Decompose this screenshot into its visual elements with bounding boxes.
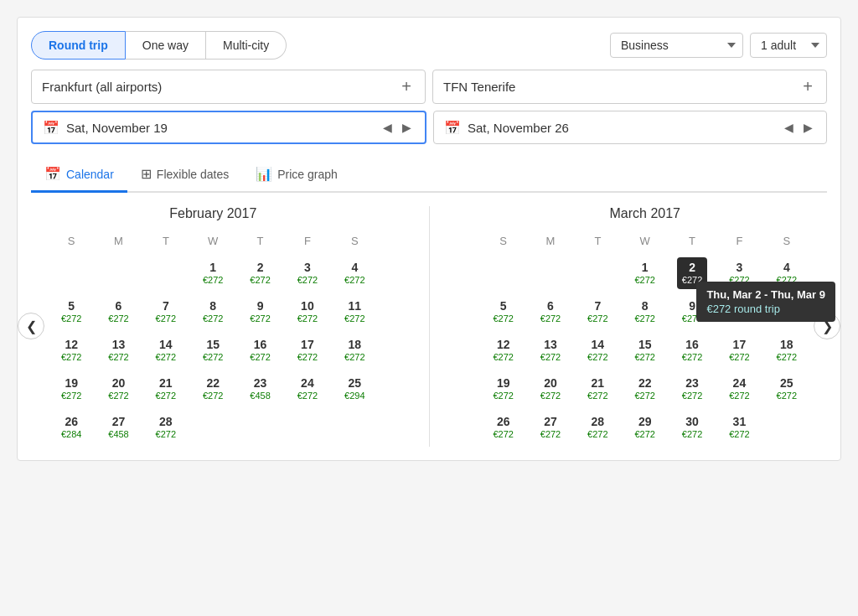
day-cell[interactable]: 11€272 bbox=[339, 296, 370, 328]
day-cell[interactable]: 29€272 bbox=[630, 412, 660, 443]
list-item[interactable]: 25€294 bbox=[331, 370, 378, 408]
list-item[interactable]: 7€272 bbox=[142, 292, 189, 331]
list-item[interactable]: 18€272 bbox=[763, 331, 810, 370]
day-cell[interactable]: 23€458 bbox=[246, 373, 276, 405]
list-item[interactable]: 8€272 bbox=[622, 292, 669, 331]
day-cell[interactable]: 27€458 bbox=[104, 412, 134, 443]
list-item[interactable]: 6€272 bbox=[95, 292, 142, 331]
day-cell[interactable]: 17€272 bbox=[292, 334, 323, 366]
day-cell[interactable]: 21€272 bbox=[582, 373, 612, 405]
list-item[interactable]: 23€272 bbox=[669, 370, 716, 408]
cal-next-btn[interactable]: ❯ bbox=[814, 313, 840, 339]
list-item[interactable]: 12€272 bbox=[48, 331, 95, 370]
day-cell[interactable]: 3€272 bbox=[292, 257, 323, 289]
day-cell[interactable]: 8€272 bbox=[198, 296, 228, 328]
list-item[interactable]: 4€272 bbox=[331, 254, 378, 292]
day-cell[interactable]: 2€272 bbox=[677, 257, 707, 289]
list-item[interactable]: 11€272 bbox=[331, 292, 378, 331]
list-item[interactable]: 16€272 bbox=[669, 331, 716, 370]
tab-round-trip[interactable]: Round trip bbox=[31, 31, 126, 60]
day-cell[interactable]: 26€284 bbox=[56, 412, 86, 443]
passenger-select[interactable]: 1 adult 2 adults 3 adults bbox=[750, 33, 827, 58]
list-item[interactable]: 19€272 bbox=[480, 370, 527, 408]
day-cell[interactable]: 22€272 bbox=[630, 373, 660, 405]
list-item[interactable]: 22€272 bbox=[189, 370, 236, 408]
day-cell[interactable]: 13€272 bbox=[104, 334, 134, 366]
list-item[interactable]: 27€272 bbox=[527, 408, 574, 447]
day-cell[interactable]: 7€272 bbox=[582, 296, 612, 328]
destination-input[interactable] bbox=[443, 80, 799, 94]
day-cell[interactable]: 4€272 bbox=[772, 257, 802, 289]
day-cell[interactable]: 25€272 bbox=[772, 373, 802, 405]
day-cell[interactable]: 5€272 bbox=[56, 296, 86, 328]
cal-prev-btn[interactable]: ❮ bbox=[18, 313, 44, 339]
list-item[interactable]: 7€272 bbox=[574, 292, 621, 331]
list-item[interactable]: 1€272 bbox=[622, 254, 669, 292]
origin-input[interactable] bbox=[42, 80, 398, 94]
day-cell[interactable]: 1€272 bbox=[198, 257, 228, 289]
list-item[interactable]: 3€272 bbox=[284, 254, 331, 292]
tab-price-graph[interactable]: 📊 Price graph bbox=[242, 158, 351, 193]
day-cell[interactable]: 13€272 bbox=[535, 334, 566, 366]
day-cell[interactable]: 16€272 bbox=[246, 334, 276, 366]
list-item[interactable]: 10€272 bbox=[716, 292, 762, 331]
day-cell[interactable]: 24€272 bbox=[724, 373, 754, 405]
list-item[interactable]: 4€272 bbox=[763, 254, 810, 292]
day-cell[interactable]: 15€272 bbox=[198, 334, 228, 366]
day-cell[interactable]: 16€272 bbox=[677, 334, 707, 366]
list-item[interactable]: 15€272 bbox=[622, 331, 669, 370]
list-item[interactable]: 24€272 bbox=[716, 370, 762, 408]
day-cell[interactable]: 31€272 bbox=[724, 412, 754, 443]
list-item[interactable]: 8€272 bbox=[189, 292, 236, 331]
depart-date-wrap[interactable]: 📅 Sat, November 19 ◀ ▶ bbox=[31, 111, 426, 144]
list-item[interactable]: 17€272 bbox=[716, 331, 762, 370]
list-item[interactable]: 2€272 bbox=[236, 254, 283, 292]
day-cell[interactable]: 28€272 bbox=[151, 412, 181, 443]
origin-plus-btn[interactable]: + bbox=[398, 77, 415, 96]
tab-flexible-dates[interactable]: ⊞ Flexible dates bbox=[127, 158, 242, 193]
day-cell[interactable]: 26€272 bbox=[488, 412, 519, 443]
destination-plus-btn[interactable]: + bbox=[799, 77, 816, 96]
day-cell[interactable]: 4€272 bbox=[339, 257, 370, 289]
day-cell[interactable]: 30€272 bbox=[677, 412, 707, 443]
list-item[interactable]: 6€272 bbox=[527, 292, 574, 331]
list-item[interactable]: 31€272 bbox=[716, 408, 762, 447]
day-cell[interactable]: 25€294 bbox=[339, 373, 370, 405]
tab-one-way[interactable]: One way bbox=[126, 31, 206, 60]
list-item[interactable]: 20€272 bbox=[527, 370, 574, 408]
list-item[interactable]: 15€272 bbox=[189, 331, 236, 370]
list-item[interactable]: 28€272 bbox=[142, 408, 189, 447]
day-cell[interactable]: 5€272 bbox=[488, 296, 519, 328]
day-cell[interactable]: 19€272 bbox=[56, 373, 86, 405]
day-cell[interactable]: 9€272 bbox=[246, 296, 276, 328]
return-prev-btn[interactable]: ◀ bbox=[781, 119, 797, 136]
list-item[interactable]: 14€272 bbox=[142, 331, 189, 370]
day-cell[interactable]: 6€272 bbox=[535, 296, 566, 328]
list-item[interactable]: 27€458 bbox=[95, 408, 142, 447]
day-cell[interactable]: 28€272 bbox=[582, 412, 612, 443]
day-cell[interactable]: 3€272 bbox=[724, 257, 754, 289]
list-item[interactable]: 26€284 bbox=[48, 408, 95, 447]
list-item[interactable]: 13€272 bbox=[95, 331, 142, 370]
day-cell[interactable]: 10€272 bbox=[292, 296, 323, 328]
day-cell[interactable]: 9€272 bbox=[677, 296, 707, 328]
list-item[interactable]: 13€272 bbox=[527, 331, 574, 370]
list-item[interactable]: 20€272 bbox=[95, 370, 142, 408]
day-cell[interactable]: 17€272 bbox=[724, 334, 754, 366]
return-date-wrap[interactable]: 📅 Sat, November 26 ◀ ▶ bbox=[433, 111, 827, 144]
day-cell[interactable]: 2€272 bbox=[246, 257, 276, 289]
day-cell[interactable]: 21€272 bbox=[151, 373, 181, 405]
list-item[interactable]: 16€272 bbox=[236, 331, 283, 370]
list-item[interactable]: 28€272 bbox=[574, 408, 621, 447]
day-cell[interactable]: 18€272 bbox=[339, 334, 370, 366]
day-cell[interactable]: 19€272 bbox=[488, 373, 519, 405]
day-cell[interactable]: 8€272 bbox=[630, 296, 660, 328]
list-item[interactable]: 24€272 bbox=[284, 370, 331, 408]
tab-calendar[interactable]: 📅 Calendar bbox=[31, 158, 127, 193]
return-next-btn[interactable]: ▶ bbox=[800, 119, 816, 136]
list-item[interactable]: 21€272 bbox=[142, 370, 189, 408]
day-cell[interactable]: 15€272 bbox=[630, 334, 660, 366]
list-item[interactable]: 30€272 bbox=[669, 408, 716, 447]
list-item[interactable]: 14€272 bbox=[574, 331, 621, 370]
list-item[interactable]: 11€272 bbox=[763, 292, 810, 331]
